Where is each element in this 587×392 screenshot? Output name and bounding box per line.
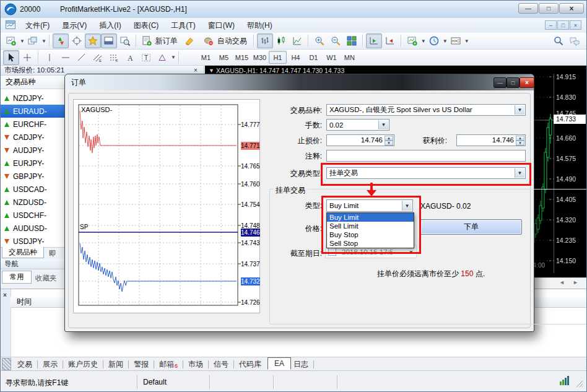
dialog-restore-button[interactable]: □: [507, 77, 520, 88]
auto-trading-button[interactable]: [201, 33, 216, 48]
fibonacci-tool-button[interactable]: F: [106, 50, 122, 65]
dialog-close-button[interactable]: ×: [520, 77, 534, 88]
tab-alerts[interactable]: 警报: [134, 359, 149, 370]
tab-symbols[interactable]: 交易品种: [2, 246, 44, 258]
label-tool-button[interactable]: T: [138, 50, 154, 65]
dock-handle-icon[interactable]: [2, 358, 11, 370]
tab-market[interactable]: 市场: [188, 359, 203, 370]
tab-tick-chart[interactable]: 即: [49, 249, 56, 258]
text-tool-button[interactable]: A: [122, 50, 138, 65]
trendline-tool-button[interactable]: [74, 50, 90, 65]
tile-windows-button[interactable]: [344, 33, 360, 48]
timeframe-h4[interactable]: H4: [287, 51, 305, 64]
tab-trade[interactable]: 交易: [17, 359, 32, 370]
close-button[interactable]: ×: [559, 3, 584, 14]
market-watch-toggle-button[interactable]: [53, 33, 69, 48]
data-window-button[interactable]: [69, 33, 85, 48]
periods-caret-icon[interactable]: ▼: [443, 38, 448, 44]
vertical-line-tool-button[interactable]: [41, 50, 58, 65]
timeframe-h1[interactable]: H1: [269, 51, 287, 64]
chevron-down-icon[interactable]: ▼: [409, 250, 414, 255]
menu-tools[interactable]: 工具(T): [165, 19, 201, 33]
new-chart-button[interactable]: [3, 33, 19, 48]
shapes-caret-icon[interactable]: ▼: [171, 54, 176, 60]
spin-up-icon[interactable]: ▲: [516, 136, 524, 141]
resize-grip[interactable]: [575, 380, 584, 390]
status-profile[interactable]: Default: [143, 378, 167, 386]
periods-button[interactable]: [426, 33, 442, 48]
new-chart-caret-icon[interactable]: ▼: [20, 38, 25, 44]
spin-down-icon[interactable]: ▼: [516, 141, 524, 146]
expiry-checkbox[interactable]: [328, 248, 336, 256]
tab-exposure[interactable]: 展示: [43, 359, 58, 370]
order-type-select[interactable]: Buy Limit ▼: [326, 199, 413, 212]
tab-code-base[interactable]: 代码库: [239, 359, 261, 370]
minimize-button[interactable]: —: [518, 3, 538, 14]
navigator-toggle-button[interactable]: [85, 33, 101, 48]
chevron-down-icon[interactable]: ▼: [515, 105, 524, 115]
menu-window[interactable]: 窗口(W): [202, 19, 241, 33]
indicators-button[interactable]: [404, 33, 420, 48]
auto-trading-label[interactable]: 自动交易: [217, 36, 247, 46]
child-restore-button[interactable]: □: [557, 20, 569, 30]
option-buy-stop[interactable]: Buy Stop: [327, 230, 414, 239]
search-button[interactable]: [550, 33, 567, 48]
chevron-down-icon[interactable]: ▼: [378, 120, 388, 129]
chart-shift-button[interactable]: [382, 33, 398, 48]
templates-caret-icon[interactable]: ▼: [464, 38, 469, 44]
timeframe-d1[interactable]: D1: [305, 51, 323, 64]
menu-insert[interactable]: 插入(I): [93, 19, 127, 33]
child-minimize-button[interactable]: –: [545, 20, 557, 30]
tab-account-history[interactable]: 账户历史: [68, 359, 98, 370]
tab-news[interactable]: 新闻: [108, 359, 123, 370]
line-chart-button[interactable]: [289, 33, 305, 48]
timeframe-m30[interactable]: M30: [251, 51, 269, 64]
take-profit-stepper[interactable]: ▲▼: [516, 136, 524, 145]
candlestick-chart-button[interactable]: [273, 33, 289, 48]
chat-button[interactable]: [567, 33, 583, 48]
highlighter-button[interactable]: [181, 33, 198, 48]
timeframe-w1[interactable]: W1: [323, 51, 341, 64]
menu-help[interactable]: 帮助(H): [241, 19, 279, 33]
bar-chart-button[interactable]: [257, 33, 273, 48]
tab-favorites[interactable]: 收藏夹: [35, 274, 57, 283]
indicators-caret-icon[interactable]: ▼: [421, 38, 426, 44]
channel-tool-button[interactable]: E: [90, 50, 106, 65]
volume-select[interactable]: 0.02 ▼: [326, 119, 389, 131]
order-dialog-titlebar[interactable]: 订单 — □ ×: [65, 74, 534, 90]
auto-scroll-button[interactable]: [366, 33, 382, 48]
place-order-button[interactable]: 下单: [420, 219, 522, 235]
tab-journal[interactable]: 日志: [294, 359, 308, 370]
zoom-out-button[interactable]: [328, 33, 344, 48]
horizontal-line-tool-button[interactable]: [58, 50, 74, 65]
dialog-minimize-button[interactable]: —: [494, 77, 507, 88]
crosshair-tool-button[interactable]: [19, 50, 35, 65]
cursor-tool-button[interactable]: [3, 50, 19, 65]
timeframe-m5[interactable]: M5: [215, 51, 233, 64]
strategy-tester-button[interactable]: [117, 33, 133, 48]
tab-mailbox[interactable]: 邮箱6: [159, 359, 178, 370]
zoom-in-button[interactable]: [311, 33, 328, 48]
menu-file[interactable]: 文件(F): [19, 19, 56, 33]
menu-view[interactable]: 显示(V): [56, 19, 93, 33]
menu-charts[interactable]: 图表(C): [128, 19, 165, 33]
terminal-close-icon[interactable]: ×: [3, 292, 7, 298]
chevron-down-icon[interactable]: ▼: [402, 201, 412, 211]
shapes-tool-button[interactable]: [154, 50, 170, 65]
symbol-select[interactable]: XAGUSD-, 白银美元 Spot Silver vs US Dollar ▼: [326, 104, 526, 116]
trade-type-select[interactable]: 挂单交易 ▼: [326, 167, 526, 179]
take-profit-input[interactable]: 14.746 ▲▼: [456, 134, 526, 146]
tab-ea-active[interactable]: EA: [267, 357, 291, 370]
templates-button[interactable]: [448, 33, 464, 48]
option-buy-limit[interactable]: Buy Limit: [327, 213, 414, 222]
tab-common[interactable]: 常用: [2, 271, 32, 284]
child-close-button[interactable]: ×: [570, 20, 581, 30]
new-order-button[interactable]: [139, 33, 154, 48]
maximize-button[interactable]: □: [539, 3, 559, 14]
option-sell-limit[interactable]: Sell Limit: [327, 222, 414, 230]
chevron-down-icon[interactable]: ▼: [515, 168, 524, 178]
option-sell-stop[interactable]: Sell Stop: [327, 239, 414, 248]
profiles-button[interactable]: [25, 33, 41, 48]
terminal-toggle-button[interactable]: [101, 33, 117, 48]
tab-signals[interactable]: 信号: [214, 359, 228, 370]
